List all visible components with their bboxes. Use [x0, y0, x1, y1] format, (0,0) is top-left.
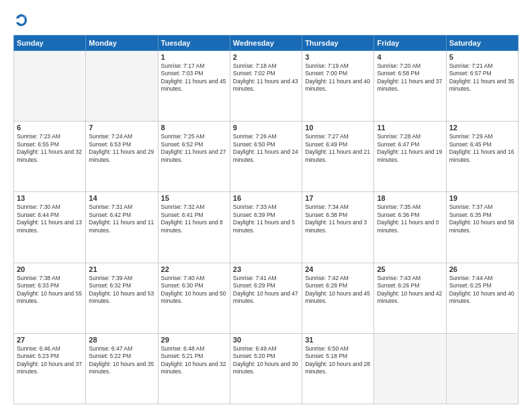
calendar-cell: 24Sunrise: 7:42 AMSunset: 6:28 PMDayligh… [302, 263, 374, 333]
calendar-week-row: 6Sunrise: 7:23 AMSunset: 6:55 PMDaylight… [14, 122, 519, 192]
day-number: 21 [89, 265, 154, 273]
day-header-thursday: Thursday [302, 36, 374, 51]
day-number: 26 [449, 265, 515, 273]
day-number: 3 [305, 53, 371, 61]
calendar-week-row: 1Sunrise: 7:17 AMSunset: 7:03 PMDaylight… [14, 51, 519, 122]
cell-info: Sunrise: 7:18 AMSunset: 7:02 PMDaylight:… [233, 62, 299, 93]
day-number: 6 [17, 124, 83, 132]
day-number: 4 [377, 53, 443, 61]
day-number: 17 [305, 194, 371, 202]
calendar-cell [374, 333, 446, 404]
day-number: 15 [161, 194, 227, 202]
cell-info: Sunrise: 6:47 AMSunset: 5:22 PMDaylight:… [89, 345, 154, 376]
calendar-cell [14, 51, 86, 122]
day-number: 12 [449, 124, 515, 132]
calendar-cell: 14Sunrise: 7:31 AMSunset: 6:42 PMDayligh… [86, 192, 158, 263]
day-number: 7 [89, 124, 154, 132]
calendar-cell: 20Sunrise: 7:38 AMSunset: 6:33 PMDayligh… [14, 263, 86, 333]
cell-info: Sunrise: 7:25 AMSunset: 6:52 PMDaylight:… [161, 133, 227, 164]
day-header-tuesday: Tuesday [158, 36, 230, 51]
cell-info: Sunrise: 7:27 AMSunset: 6:49 PMDaylight:… [305, 133, 371, 164]
calendar-header-row: SundayMondayTuesdayWednesdayThursdayFrid… [14, 36, 519, 51]
calendar-week-row: 27Sunrise: 6:46 AMSunset: 5:23 PMDayligh… [14, 333, 519, 404]
cell-info: Sunrise: 7:39 AMSunset: 6:32 PMDaylight:… [89, 275, 154, 306]
cell-info: Sunrise: 7:34 AMSunset: 6:38 PMDaylight:… [305, 203, 371, 234]
calendar-cell: 16Sunrise: 7:33 AMSunset: 6:39 PMDayligh… [230, 192, 302, 263]
calendar-cell: 3Sunrise: 7:19 AMSunset: 7:00 PMDaylight… [302, 51, 374, 122]
day-header-monday: Monday [86, 36, 158, 51]
day-number: 13 [17, 194, 83, 202]
day-header-friday: Friday [374, 36, 446, 51]
cell-info: Sunrise: 7:26 AMSunset: 6:50 PMDaylight:… [233, 133, 299, 164]
cell-info: Sunrise: 7:37 AMSunset: 6:35 PMDaylight:… [449, 203, 515, 234]
calendar-cell: 11Sunrise: 7:28 AMSunset: 6:47 PMDayligh… [374, 122, 446, 192]
calendar-cell: 19Sunrise: 7:37 AMSunset: 6:35 PMDayligh… [446, 192, 518, 263]
cell-info: Sunrise: 7:32 AMSunset: 6:41 PMDaylight:… [161, 203, 227, 234]
day-number: 5 [449, 53, 515, 61]
calendar-cell: 4Sunrise: 7:20 AMSunset: 6:58 PMDaylight… [374, 51, 446, 122]
day-number: 19 [449, 194, 515, 202]
day-number: 9 [233, 124, 299, 132]
cell-info: Sunrise: 7:28 AMSunset: 6:47 PMDaylight:… [377, 133, 443, 164]
logo-icon [13, 12, 30, 28]
cell-info: Sunrise: 6:49 AMSunset: 5:20 PMDaylight:… [233, 345, 299, 376]
day-number: 1 [161, 53, 227, 61]
calendar-cell [86, 51, 158, 122]
cell-info: Sunrise: 7:19 AMSunset: 7:00 PMDaylight:… [305, 62, 371, 93]
cell-info: Sunrise: 7:40 AMSunset: 6:30 PMDaylight:… [161, 275, 227, 306]
cell-info: Sunrise: 6:46 AMSunset: 5:23 PMDaylight:… [17, 345, 83, 376]
day-number: 16 [233, 194, 299, 202]
calendar-cell: 30Sunrise: 6:49 AMSunset: 5:20 PMDayligh… [230, 333, 302, 404]
cell-info: Sunrise: 7:20 AMSunset: 6:58 PMDaylight:… [377, 62, 443, 93]
cell-info: Sunrise: 7:41 AMSunset: 6:29 PMDaylight:… [233, 275, 299, 306]
day-number: 24 [305, 265, 371, 273]
calendar-week-row: 20Sunrise: 7:38 AMSunset: 6:33 PMDayligh… [14, 263, 519, 333]
day-number: 22 [161, 265, 227, 273]
cell-info: Sunrise: 7:31 AMSunset: 6:42 PMDaylight:… [89, 203, 154, 234]
calendar-cell: 18Sunrise: 7:35 AMSunset: 6:36 PMDayligh… [374, 192, 446, 263]
day-number: 10 [305, 124, 371, 132]
cell-info: Sunrise: 6:50 AMSunset: 5:18 PMDaylight:… [305, 345, 371, 376]
calendar-cell: 5Sunrise: 7:21 AMSunset: 6:57 PMDaylight… [446, 51, 518, 122]
day-header-wednesday: Wednesday [230, 36, 302, 51]
calendar-cell: 17Sunrise: 7:34 AMSunset: 6:38 PMDayligh… [302, 192, 374, 263]
cell-info: Sunrise: 7:42 AMSunset: 6:28 PMDaylight:… [305, 275, 371, 306]
day-header-sunday: Sunday [14, 36, 86, 51]
calendar-cell: 29Sunrise: 6:48 AMSunset: 5:21 PMDayligh… [158, 333, 230, 404]
page: SundayMondayTuesdayWednesdayThursdayFrid… [0, 0, 532, 411]
cell-info: Sunrise: 7:21 AMSunset: 6:57 PMDaylight:… [449, 62, 515, 93]
cell-info: Sunrise: 7:17 AMSunset: 7:03 PMDaylight:… [161, 62, 227, 93]
cell-info: Sunrise: 6:48 AMSunset: 5:21 PMDaylight:… [161, 345, 227, 376]
day-number: 8 [161, 124, 227, 132]
calendar-cell: 28Sunrise: 6:47 AMSunset: 5:22 PMDayligh… [86, 333, 158, 404]
day-number: 28 [89, 336, 154, 344]
day-number: 30 [233, 336, 299, 344]
logo [13, 12, 32, 28]
day-header-saturday: Saturday [446, 36, 518, 51]
calendar-cell: 23Sunrise: 7:41 AMSunset: 6:29 PMDayligh… [230, 263, 302, 333]
day-number: 27 [17, 336, 83, 344]
day-number: 18 [377, 194, 443, 202]
cell-info: Sunrise: 7:44 AMSunset: 6:25 PMDaylight:… [449, 275, 515, 306]
calendar-cell: 1Sunrise: 7:17 AMSunset: 7:03 PMDaylight… [158, 51, 230, 122]
calendar-cell: 9Sunrise: 7:26 AMSunset: 6:50 PMDaylight… [230, 122, 302, 192]
cell-info: Sunrise: 7:35 AMSunset: 6:36 PMDaylight:… [377, 203, 443, 234]
calendar-cell [446, 333, 518, 404]
day-number: 20 [17, 265, 83, 273]
cell-info: Sunrise: 7:24 AMSunset: 6:53 PMDaylight:… [89, 133, 154, 164]
calendar-cell: 25Sunrise: 7:43 AMSunset: 6:26 PMDayligh… [374, 263, 446, 333]
calendar-cell: 27Sunrise: 6:46 AMSunset: 5:23 PMDayligh… [14, 333, 86, 404]
calendar-cell: 31Sunrise: 6:50 AMSunset: 5:18 PMDayligh… [302, 333, 374, 404]
day-number: 11 [377, 124, 443, 132]
cell-info: Sunrise: 7:38 AMSunset: 6:33 PMDaylight:… [17, 275, 83, 306]
calendar-cell: 26Sunrise: 7:44 AMSunset: 6:25 PMDayligh… [446, 263, 518, 333]
calendar-cell: 10Sunrise: 7:27 AMSunset: 6:49 PMDayligh… [302, 122, 374, 192]
cell-info: Sunrise: 7:43 AMSunset: 6:26 PMDaylight:… [377, 275, 443, 306]
calendar-week-row: 13Sunrise: 7:30 AMSunset: 6:44 PMDayligh… [14, 192, 519, 263]
calendar-table: SundayMondayTuesdayWednesdayThursdayFrid… [13, 35, 519, 404]
day-number: 29 [161, 336, 227, 344]
calendar-cell: 15Sunrise: 7:32 AMSunset: 6:41 PMDayligh… [158, 192, 230, 263]
day-number: 23 [233, 265, 299, 273]
cell-info: Sunrise: 7:29 AMSunset: 6:45 PMDaylight:… [449, 133, 515, 164]
calendar-cell: 7Sunrise: 7:24 AMSunset: 6:53 PMDaylight… [86, 122, 158, 192]
